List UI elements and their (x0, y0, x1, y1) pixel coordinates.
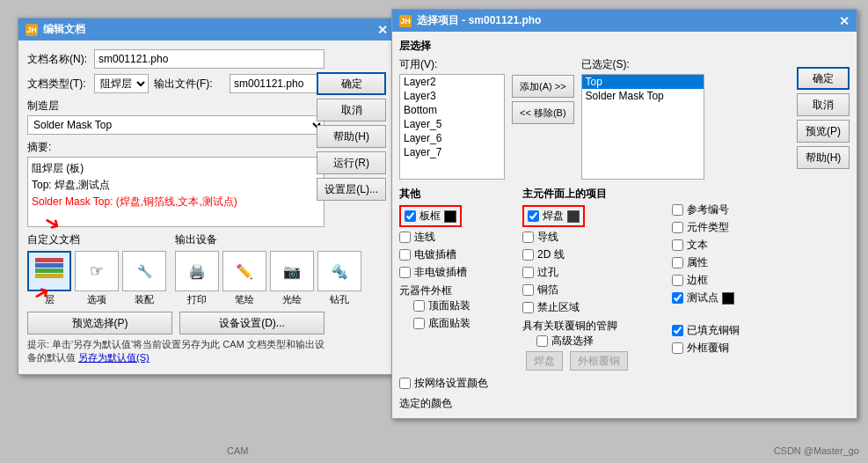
filetype-select[interactable]: 阻焊层 (94, 74, 149, 93)
bottom-mount-checkbox[interactable] (413, 318, 425, 329)
selected-label: 已选定(S): (581, 57, 704, 72)
run-button[interactable]: 运行(R) (317, 151, 386, 174)
top-mount-checkbox[interactable] (413, 300, 425, 312)
assembly-icon-btn[interactable]: 🔧 (122, 251, 166, 291)
cancel-button[interactable]: 取消 (317, 99, 386, 121)
border-checkbox[interactable] (672, 275, 683, 286)
save-default-link[interactable]: 另存为默认值(S) (78, 352, 150, 363)
select-items-dialog: JH 选择项目 - sm001121.pho ✕ 层选择 可用(V): Laye… (391, 9, 857, 419)
non-plated-slot-checkbox[interactable] (399, 267, 411, 278)
2dline-checkbox[interactable] (522, 249, 534, 261)
pen-icon-btn[interactable]: ✏️ (222, 251, 266, 291)
via-checkbox[interactable] (522, 267, 534, 278)
device-settings-button[interactable]: 设备设置(D)... (179, 312, 325, 334)
layer-item-layer6[interactable]: Layer_6 (400, 131, 504, 145)
testpoint-checkbox[interactable] (672, 292, 683, 304)
layer-icon-btn[interactable] (27, 251, 71, 291)
network-color-row: 按网络设置颜色 (399, 376, 795, 391)
layer-item-bottom[interactable]: Bottom (400, 103, 504, 117)
filetype-label: 文档类型(T): (27, 77, 89, 92)
select-icon-btn[interactable]: ☞ (75, 251, 119, 291)
fill-options: 已填充铜铜 外框覆铜 (672, 323, 777, 356)
layer-item-layer3[interactable]: Layer3 (400, 89, 504, 103)
line-checkbox[interactable] (399, 232, 411, 243)
right-help-button[interactable]: 帮助(H) (797, 146, 850, 169)
pad-checkbox[interactable] (528, 210, 539, 222)
pad-color (567, 210, 580, 223)
output-device-title: 输出设备 (175, 232, 361, 247)
right-col-title (672, 187, 777, 199)
right-confirm-button[interactable]: 确定 (797, 67, 850, 90)
network-color-checkbox[interactable] (399, 378, 411, 389)
right-cancel-button[interactable]: 取消 (797, 93, 850, 116)
text-checkbox[interactable] (672, 239, 683, 251)
component-outline-section: 元器件外框 顶面贴装 底面贴装 (399, 283, 514, 331)
left-close-button[interactable]: ✕ (377, 24, 388, 36)
comp-type-checkbox[interactable] (672, 222, 683, 233)
filename-label: 文档名称(N): (27, 52, 89, 67)
fill-solid-checkbox[interactable] (672, 325, 683, 336)
related-pads-section: 具有关联覆铜的管脚 高级选择 焊盘 外框覆铜 (522, 319, 663, 371)
banframe-checkbox[interactable] (405, 210, 416, 222)
set-layer-button[interactable]: 设置层(L)... (317, 178, 386, 201)
selected-layer-soldermask[interactable]: Solder Mask Top (582, 89, 704, 103)
testpoint-item: 测试点 (672, 290, 777, 305)
outline-label: 外框覆铜 (687, 341, 729, 356)
layer-controls: 添加(A) >> << 移除(B) (512, 57, 574, 124)
non-plated-slot-label: 非电镀插槽 (414, 265, 467, 280)
plated-slot-checkbox[interactable] (399, 249, 411, 261)
remove-layer-button[interactable]: << 移除(B) (512, 101, 574, 124)
preview-select-button[interactable]: 预览选择(P) (27, 312, 172, 334)
filename-input[interactable] (94, 49, 325, 69)
confirm-button[interactable]: 确定 (317, 72, 386, 95)
ref-num-item: 参考编号 (672, 202, 777, 217)
banframe-color (444, 210, 456, 223)
attribute-checkbox[interactable] (672, 257, 683, 268)
icon-label-drill: 钻孔 (317, 293, 361, 306)
border-label: 边框 (687, 273, 708, 288)
layer-item-layer5[interactable]: Layer_5 (400, 117, 504, 131)
right-col-section: 参考编号 元件类型 文本 属性 边框 (672, 187, 777, 371)
left-dialog-buttons: 确定 取消 帮助(H) 运行(R) 设置层(L)... (317, 72, 386, 201)
banframe-highlighted: 板框 (399, 205, 462, 227)
summary-line-2: Top: 焊盘,测试点 (32, 178, 320, 193)
device-icon-row: 🖨️ ✏️ 📷 🔩 (175, 251, 361, 291)
summary-line-3: Solder Mask Top: (焊盘,铜箔线,文本,测试点) (32, 195, 320, 209)
layer-selection-section: 层选择 可用(V): Layer2 Layer3 Bottom Layer_5 … (399, 39, 795, 180)
non-plated-slot-item: 非电镀插槽 (399, 265, 514, 280)
ref-num-checkbox[interactable] (672, 204, 683, 216)
manufacture-select[interactable]: Solder Mask Top (27, 115, 325, 135)
wire-checkbox[interactable] (522, 232, 534, 243)
help-button[interactable]: 帮助(H) (317, 125, 386, 148)
right-preview-button[interactable]: 预览(P) (797, 120, 850, 143)
advanced-select-label: 高级选择 (551, 334, 594, 349)
available-label: 可用(V): (399, 57, 505, 72)
output-device-section: 输出设备 🖨️ ✏️ 📷 🔩 打印 (175, 232, 361, 306)
selected-layers-list[interactable]: Top Solder Mask Top (581, 74, 704, 180)
custom-doc-title: 自定义文档 (27, 232, 166, 247)
outline-copper-button: 外框覆铜 (570, 351, 628, 371)
options-area: 其他 板框 连线 电镀插槽 非电镀插槽 (399, 187, 795, 371)
selected-layer-top[interactable]: Top (582, 75, 704, 89)
bottom-row: 预览选择(P) 设备设置(D)... (27, 312, 325, 334)
right-close-button[interactable]: ✕ (839, 15, 850, 27)
available-layers-list[interactable]: Layer2 Layer3 Bottom Layer_5 Layer_6 Lay… (399, 74, 505, 180)
advanced-select-checkbox[interactable] (536, 335, 548, 347)
add-layer-button[interactable]: 添加(A) >> (512, 75, 574, 98)
top-mount-item: 顶面贴装 (399, 298, 514, 313)
color-selection: 选定的颜色 (399, 396, 795, 411)
layer-item-layer7[interactable]: Layer_7 (400, 145, 504, 159)
print-icon-btn[interactable]: 🖨️ (175, 251, 219, 291)
drill-icon-btn[interactable]: 🔩 (317, 251, 361, 291)
keepout-checkbox[interactable] (522, 302, 534, 313)
2dline-label: 2D 线 (537, 247, 565, 262)
plated-slot-item: 电镀插槽 (399, 247, 514, 262)
layer-item-layer2[interactable]: Layer2 (400, 75, 504, 89)
pad-highlighted: 焊盘 (522, 205, 585, 227)
filetype-row: 文档类型(T): 阻焊层 输出文件(F): (27, 74, 325, 93)
filename-row: 文档名称(N): (27, 49, 325, 69)
copper-checkbox[interactable] (522, 284, 534, 296)
advanced-select-item: 高级选择 (522, 334, 663, 349)
photo-icon-btn[interactable]: 📷 (270, 251, 314, 291)
outline-checkbox[interactable] (672, 342, 683, 354)
